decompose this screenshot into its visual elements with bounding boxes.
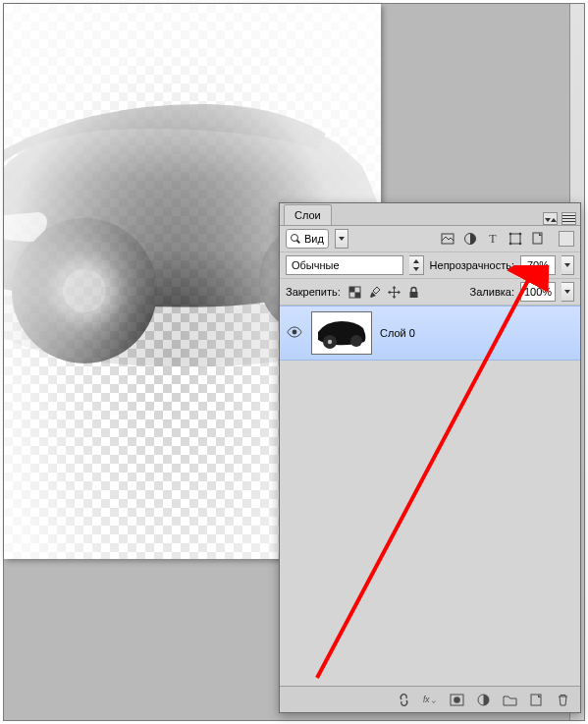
svg-point-10	[508, 243, 511, 246]
lock-label: Закрепить:	[286, 286, 341, 298]
filter-kind-label: Вид	[304, 233, 324, 245]
layers-panel: Слои Вид T Обычные Непро	[279, 202, 581, 713]
svg-point-17	[293, 330, 297, 335]
search-icon	[291, 234, 300, 244]
blend-mode-stepper[interactable]	[409, 255, 424, 275]
svg-point-24	[454, 696, 460, 703]
svg-rect-16	[409, 292, 417, 298]
shape-filter-icon[interactable]	[508, 232, 522, 247]
visibility-toggle[interactable]	[286, 326, 303, 340]
group-icon[interactable]	[503, 693, 517, 707]
panel-collapse-icon[interactable]	[543, 212, 558, 225]
opacity-label: Непрозрачность:	[430, 259, 514, 271]
lock-move-icon[interactable]	[388, 286, 401, 299]
mask-icon[interactable]	[450, 693, 464, 707]
trash-icon[interactable]	[556, 693, 570, 707]
fill-label: Заливка:	[470, 286, 514, 298]
svg-rect-14	[349, 287, 355, 293]
smart-filter-icon[interactable]	[530, 232, 545, 247]
layer-row[interactable]: Слой 0	[280, 306, 580, 361]
fx-icon[interactable]: fx	[423, 693, 438, 707]
filter-toggle-switch[interactable]	[559, 231, 574, 247]
layers-panel-footer: fx	[280, 686, 580, 712]
new-layer-icon[interactable]	[529, 693, 544, 707]
svg-text:T: T	[489, 232, 497, 246]
svg-rect-12	[533, 233, 542, 244]
lock-transparency-icon[interactable]	[348, 286, 361, 299]
layer-name-label[interactable]: Слой 0	[380, 327, 415, 339]
layer-thumbnail[interactable]	[311, 311, 372, 355]
link-icon[interactable]	[397, 693, 411, 707]
text-filter-icon[interactable]: T	[485, 232, 500, 247]
lock-paint-icon[interactable]	[368, 286, 381, 299]
svg-rect-7	[510, 234, 520, 244]
fill-value-input[interactable]: 100%	[520, 282, 556, 302]
filter-kind-dropdown[interactable]	[335, 229, 348, 249]
adjustment-layer-icon[interactable]	[476, 693, 491, 707]
lock-all-icon[interactable]	[407, 286, 420, 299]
opacity-value-input[interactable]: 70%	[520, 255, 556, 275]
layer-filter-kind[interactable]: Вид	[286, 229, 329, 249]
svg-rect-15	[354, 292, 360, 298]
lock-fill-row: Закрепить: Заливка: 100%	[280, 279, 580, 306]
svg-point-21	[350, 335, 362, 347]
layers-list[interactable]: Слой 0	[280, 306, 580, 686]
panel-tab-bar: Слои	[280, 203, 580, 226]
image-filter-icon[interactable]	[440, 232, 454, 247]
panel-collapse-controls[interactable]	[543, 212, 580, 225]
svg-text:fx: fx	[423, 695, 430, 704]
layer-filter-row: Вид T	[280, 226, 580, 252]
blend-opacity-row: Обычные Непрозрачность: 70%	[280, 252, 580, 279]
tab-layers[interactable]: Слои	[284, 204, 332, 225]
svg-point-20	[328, 340, 332, 344]
opacity-slider-dropdown[interactable]	[561, 255, 574, 275]
panel-menu-icon[interactable]	[561, 212, 576, 225]
svg-point-8	[508, 233, 511, 236]
svg-point-9	[518, 233, 521, 236]
blend-mode-select[interactable]: Обычные	[286, 255, 403, 275]
adjust-filter-icon[interactable]	[462, 232, 477, 247]
svg-point-11	[518, 243, 521, 246]
fill-slider-dropdown[interactable]	[561, 282, 574, 302]
